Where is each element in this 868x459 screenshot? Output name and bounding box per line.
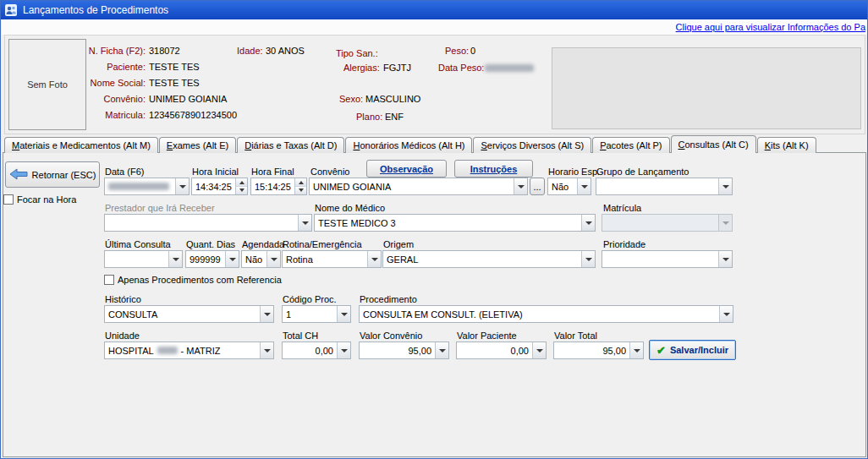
notes-panel (552, 47, 861, 129)
spin-up-button[interactable] (295, 178, 306, 186)
chevron-down-icon[interactable] (260, 342, 273, 358)
chevron-down-icon[interactable] (367, 251, 381, 267)
valor-total-select[interactable]: 95,00 (553, 342, 644, 359)
hora-final-spinner[interactable]: 15:14:25 (250, 178, 307, 195)
prioridade-label: Prioridade (603, 239, 646, 249)
grupo-lancamento-select[interactable] (596, 178, 733, 195)
horario-esp-value: Não (548, 178, 577, 194)
hora-inicial-spinner[interactable]: 14:34:25 (191, 178, 248, 195)
tab-servicos-diversos[interactable]: Serviços Diversos (Alt S) (473, 137, 591, 153)
total-ch-select[interactable]: 0,00 (282, 342, 351, 359)
tab-label: Consultas (Alt C) (678, 139, 749, 150)
chevron-down-icon[interactable] (298, 215, 311, 231)
ultima-consulta-select[interactable] (104, 250, 183, 268)
focar-na-hora-checkbox[interactable]: Focar na Hora (3, 194, 76, 205)
data-f6-value (105, 178, 175, 194)
agendada-label: Agendada (242, 239, 284, 249)
chevron-down-icon[interactable] (168, 251, 182, 267)
tab-pacotes[interactable]: Pacotes (Alt P) (592, 137, 669, 153)
observacao-label: Observação (380, 164, 433, 174)
codigo-proc-value: 1 (283, 306, 337, 322)
hora-inicial-value: 14:34:25 (192, 178, 235, 194)
data-peso-label: Data Peso: (438, 63, 484, 73)
matricula-field-value (602, 215, 718, 231)
tab-label: Kits (Alt K) (765, 140, 809, 150)
procedimento-label: Procedimento (360, 294, 417, 304)
data-f6-select[interactable] (104, 178, 190, 195)
patient-info-link[interactable]: Clique aqui para visualizar Informações … (676, 22, 865, 32)
historico-select[interactable]: CONSULTA (104, 305, 274, 323)
horario-esp-select[interactable]: Não (547, 178, 591, 195)
hora-final-value: 15:14:25 (251, 178, 294, 194)
chevron-down-icon[interactable] (260, 306, 273, 322)
instrucoes-label: Instruções (470, 164, 518, 174)
valor-paciente-select[interactable]: 0,00 (456, 342, 547, 359)
chevron-down-icon[interactable] (514, 178, 527, 194)
convenio-ellipsis-button[interactable]: ... (530, 178, 545, 195)
chevron-down-icon[interactable] (718, 251, 732, 267)
peso-value: 0 (470, 46, 475, 56)
tab-materiais-medicamentos[interactable]: Materiais e Medicamentos (Alt M) (4, 137, 158, 153)
checkbox-box[interactable] (3, 194, 14, 205)
chevron-down-icon[interactable] (577, 178, 591, 194)
rotina-emergencia-select[interactable]: Rotina (282, 250, 382, 268)
observacao-button[interactable]: Observação (366, 160, 447, 178)
chevron-down-icon[interactable] (581, 215, 595, 231)
spin-down-button[interactable] (295, 186, 306, 194)
unidade-select[interactable]: HOSPITAL - MATRIZ (104, 342, 274, 359)
tab-label: Honorários Médicos (Alt H) (353, 140, 464, 150)
paciente-value: TESTE TES (149, 62, 200, 72)
chevron-down-icon[interactable] (337, 306, 350, 322)
unidade-value: HOSPITAL - MATRIZ (105, 342, 260, 358)
valor-convenio-select[interactable]: 95,00 (359, 342, 449, 359)
valor-convenio-label: Valor Convênio (360, 331, 422, 341)
salvar-incluir-button[interactable]: ✔ Salvar/Incluir (649, 340, 736, 360)
idade-value: 30 ANOS (266, 46, 305, 56)
redacted-date (108, 183, 169, 190)
chevron-down-icon[interactable] (718, 178, 732, 194)
codigo-proc-select[interactable]: 1 (282, 305, 351, 323)
quant-dias-select[interactable]: 999999 (185, 250, 239, 268)
prestador-select[interactable] (104, 214, 312, 232)
spin-up-button[interactable] (236, 178, 247, 186)
chevron-down-icon[interactable] (225, 251, 239, 267)
matricula-field-label: Matrícula (603, 203, 641, 213)
chevron-down-icon[interactable] (435, 342, 448, 358)
chevron-down-icon[interactable] (266, 251, 280, 267)
chevron-down-icon[interactable] (719, 306, 733, 322)
chevron-down-icon[interactable] (532, 342, 546, 358)
agendada-select[interactable]: Não (241, 250, 281, 268)
total-ch-label: Total CH (283, 331, 318, 341)
tab-exames[interactable]: Exames (Alt E) (159, 137, 236, 153)
codigo-proc-label: Código Proc. (283, 294, 337, 304)
origem-select[interactable]: GERAL (382, 250, 596, 268)
apenas-referencia-checkbox[interactable]: Apenas Procedimentos com Referencia (104, 275, 282, 285)
plano-value: ENF (385, 112, 404, 122)
tipo-san-label: Tipo San.: (336, 48, 378, 58)
tab-consultas[interactable]: Consultas (Alt C) (671, 135, 756, 153)
tab-diarias-taxas[interactable]: Diárias e Taxas (Alt D) (237, 137, 344, 153)
convenio-select[interactable]: UNIMED GOIANIA (309, 178, 528, 195)
ellipsis-label: ... (533, 182, 541, 192)
salvar-incluir-label: Salvar/Incluir (670, 345, 728, 355)
chevron-down-icon[interactable] (337, 342, 350, 358)
chevron-down-icon[interactable] (629, 342, 643, 358)
convenio-field-value: UNIMED GOIANIA (310, 178, 514, 194)
nome-medico-select[interactable]: TESTE MEDICO 3 (314, 214, 596, 232)
app-window: Lançamentos de Procedimentos Clique aqui… (0, 0, 868, 459)
instrucoes-button[interactable]: Instruções (454, 160, 533, 178)
time-spinner (235, 178, 247, 194)
chevron-down-icon[interactable] (581, 251, 595, 267)
checkbox-box[interactable] (104, 275, 114, 285)
historico-label: Histórico (105, 294, 141, 304)
chevron-down-icon[interactable] (175, 178, 189, 194)
tab-kits[interactable]: Kits (Alt K) (757, 137, 816, 153)
plano-label: Plano: (356, 112, 382, 122)
tab-honorarios-medicos[interactable]: Honorários Médicos (Alt H) (345, 137, 472, 153)
retornar-button[interactable]: Retornar (ESC) (5, 161, 100, 188)
prioridade-select[interactable] (602, 250, 733, 268)
procedimento-select[interactable]: CONSULTA EM CONSULT. (ELETIVA) (359, 305, 733, 323)
tab-label: Exames (Alt E) (167, 140, 228, 150)
spin-down-button[interactable] (236, 186, 247, 194)
ficha-label: N. Ficha (F2): (52, 46, 146, 56)
